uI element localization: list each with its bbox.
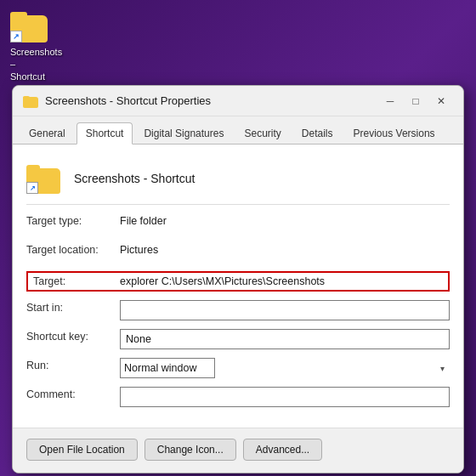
advanced-button[interactable]: Advanced...: [243, 439, 322, 461]
run-select-wrapper: Normal window Minimized Maximized ▾: [120, 358, 450, 378]
run-row: Run: Normal window Minimized Maximized ▾: [26, 358, 450, 378]
desktop-icon[interactable]: ↗ Screenshots – Shortcut: [10, 8, 70, 82]
target-location-label: Target location:: [26, 242, 120, 256]
properties-dialog: Screenshots - Shortcut Properties ─ □ ✕ …: [12, 85, 464, 473]
tab-security[interactable]: Security: [235, 122, 290, 144]
big-folder-icon: ↗: [26, 163, 62, 194]
target-input[interactable]: [120, 275, 443, 287]
target-location-value: Pictures: [120, 242, 158, 256]
target-type-value: File folder: [120, 213, 167, 227]
desktop-icon-label: Screenshots – Shortcut: [10, 46, 70, 82]
tab-shortcut[interactable]: Shortcut: [76, 122, 133, 144]
run-select[interactable]: Normal window Minimized Maximized: [120, 358, 215, 378]
file-icon-row: ↗ Screenshots - Shortcut: [26, 156, 450, 205]
comment-label: Comment:: [26, 387, 120, 400]
target-type-label: Target type:: [26, 213, 120, 227]
shortcut-key-row: Shortcut key:: [26, 329, 450, 349]
chevron-down-icon: ▾: [440, 364, 445, 373]
start-in-row: Start in:: [26, 300, 450, 320]
tab-general[interactable]: General: [20, 122, 75, 144]
change-icon-button[interactable]: Change Icon...: [144, 439, 236, 461]
minimize-button[interactable]: ─: [378, 91, 402, 111]
maximize-button[interactable]: □: [404, 91, 428, 111]
tab-bar: General Shortcut Digital Signatures Secu…: [13, 116, 463, 144]
dialog-content: ↗ Screenshots - Shortcut Target type: Fi…: [13, 144, 463, 428]
run-label: Run:: [26, 358, 120, 371]
tab-previous-versions[interactable]: Previous Versions: [344, 122, 445, 144]
dialog-title: Screenshots - Shortcut Properties: [45, 94, 378, 107]
file-display-name: Screenshots - Shortcut: [74, 172, 195, 185]
button-row: Open File Location Change Icon... Advanc…: [13, 428, 463, 473]
desktop: ↗ Screenshots – Shortcut Screenshots - S…: [0, 0, 476, 476]
comment-input[interactable]: [120, 387, 450, 407]
title-bar-controls: ─ □ ✕: [378, 91, 453, 111]
title-bar: Screenshots - Shortcut Properties ─ □ ✕: [13, 86, 463, 116]
shortcut-key-input[interactable]: [120, 329, 450, 349]
open-file-location-button[interactable]: Open File Location: [26, 439, 138, 461]
start-in-label: Start in:: [26, 300, 120, 314]
target-row[interactable]: Target:: [26, 271, 450, 292]
big-shortcut-arrow-icon: ↗: [26, 182, 38, 194]
comment-row: Comment:: [26, 387, 450, 407]
start-in-input[interactable]: [120, 300, 450, 320]
tab-details[interactable]: Details: [292, 122, 343, 144]
folder-icon: ↗: [10, 8, 51, 42]
target-label: Target:: [33, 275, 120, 287]
target-location-row: Target location: Pictures: [26, 242, 450, 263]
tab-digital-signatures[interactable]: Digital Signatures: [134, 122, 233, 144]
target-type-row: Target type: File folder: [26, 213, 450, 234]
shortcut-arrow-icon: ↗: [10, 31, 22, 42]
shortcut-key-label: Shortcut key:: [26, 329, 120, 343]
title-bar-folder-icon: [23, 94, 38, 108]
close-button[interactable]: ✕: [429, 91, 453, 111]
